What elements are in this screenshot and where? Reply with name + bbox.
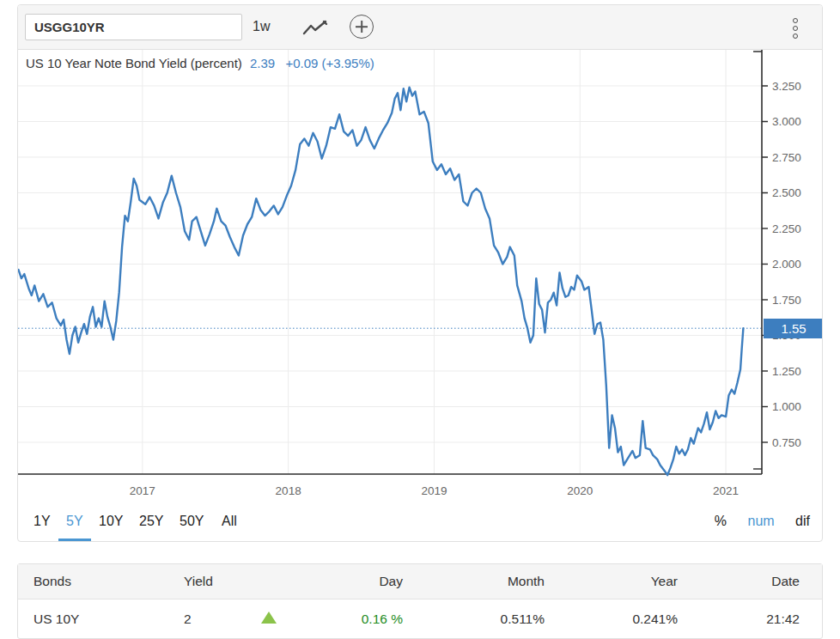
range-row: 1Y 5Y 10Y 25Y 50Y All % num dif [18, 506, 822, 541]
bond-year-change: 0.241% [545, 612, 678, 627]
table-header-row: Bonds Yield Day Month Year Date [18, 564, 822, 599]
svg-text:2018: 2018 [276, 484, 301, 497]
line-chart-icon[interactable] [301, 19, 329, 38]
svg-text:2.500: 2.500 [772, 186, 801, 199]
mode-group: % num dif [697, 514, 810, 529]
mode-button-percent[interactable]: % [715, 514, 727, 528]
col-header-day: Day [300, 574, 403, 589]
current-value-badge: 1.55 [764, 319, 823, 338]
chart-toolbar: 1w [18, 5, 822, 50]
chart-title-row: US 10 Year Note Bond Yield (percent) 2.3… [26, 56, 374, 70]
chart-area[interactable]: 3.2503.0002.7502.5002.2502.0001.7501.500… [18, 50, 822, 508]
range-button-50y[interactable]: 50Y [180, 514, 204, 529]
col-header-yield: Yield [184, 574, 261, 589]
col-header-date: Date [678, 574, 800, 589]
symbol-input[interactable] [25, 14, 242, 40]
add-compare-icon[interactable] [350, 15, 374, 39]
price-chart: 3.2503.0002.7502.5002.2502.0001.7501.500… [18, 50, 823, 508]
bond-month-change: 0.511% [403, 612, 545, 627]
svg-text:1.000: 1.000 [772, 400, 801, 413]
svg-text:2020: 2020 [567, 484, 593, 497]
bond-name: US 10Y [33, 612, 184, 627]
col-header-month: Month [403, 574, 545, 589]
active-range-underline [58, 539, 91, 541]
mode-button-num[interactable]: num [748, 514, 775, 528]
svg-text:2.750: 2.750 [772, 151, 801, 164]
direction-cell [261, 612, 300, 627]
chart-change: +0.09 (+3.95%) [285, 56, 374, 70]
bond-day-change: 0.16 % [300, 612, 403, 627]
up-triangle-icon [261, 612, 277, 624]
bond-yield: 2 [184, 612, 261, 627]
range-button-all[interactable]: All [222, 514, 237, 529]
svg-text:0.750: 0.750 [772, 436, 801, 449]
range-button-5y[interactable]: 5Y [66, 514, 83, 529]
chart-title: US 10 Year Note Bond Yield (percent) [26, 56, 242, 70]
chart-last-value: 2.39 [250, 56, 275, 70]
table-row[interactable]: US 10Y 2 0.16 % 0.511% 0.241% 21:42 [18, 599, 822, 638]
bond-date: 21:42 [678, 612, 800, 627]
svg-text:3.250: 3.250 [772, 80, 801, 93]
interval-selector[interactable]: 1w [253, 19, 270, 34]
range-button-1y[interactable]: 1Y [33, 514, 51, 529]
svg-text:2019: 2019 [421, 484, 447, 497]
svg-text:2.000: 2.000 [772, 258, 801, 271]
chart-panel: 1w 3.2503.0002.7502.5002.2502.0001.7501.… [17, 4, 823, 542]
bonds-table: Bonds Yield Day Month Year Date US 10Y 2… [17, 563, 823, 639]
mode-button-dif[interactable]: dif [795, 514, 810, 528]
svg-text:1.250: 1.250 [772, 365, 801, 378]
svg-text:3.000: 3.000 [772, 115, 801, 128]
col-header-year: Year [545, 574, 678, 589]
svg-text:1.750: 1.750 [772, 294, 801, 307]
svg-text:2017: 2017 [130, 484, 155, 497]
col-header-bonds: Bonds [33, 574, 184, 589]
range-button-10y[interactable]: 10Y [99, 514, 123, 529]
range-button-25y[interactable]: 25Y [139, 514, 163, 529]
svg-text:2.250: 2.250 [772, 222, 801, 235]
svg-text:2021: 2021 [713, 484, 739, 497]
more-options-menu-icon[interactable] [791, 18, 800, 39]
